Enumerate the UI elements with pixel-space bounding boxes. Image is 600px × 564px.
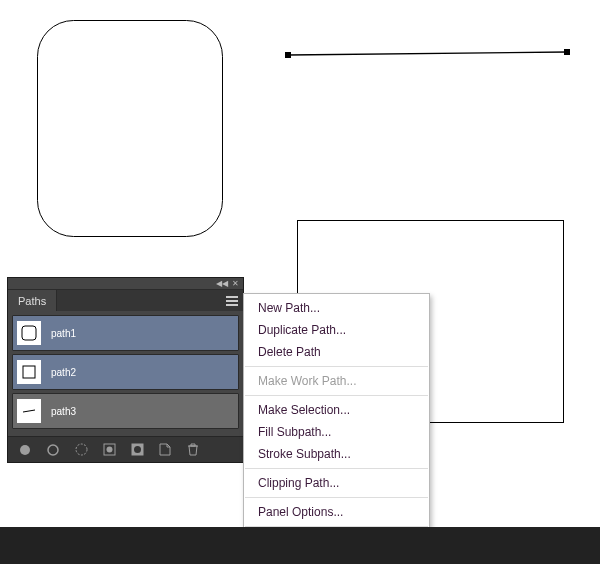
delete-path-icon[interactable] (186, 443, 200, 457)
menu-separator (245, 366, 428, 367)
path-label: path2 (51, 367, 76, 378)
menu-separator (245, 497, 428, 498)
panel-top-strip: ◀◀ ✕ (8, 278, 243, 290)
svg-point-12 (106, 447, 112, 453)
shape-line (284, 49, 571, 59)
stroke-path-icon[interactable] (46, 443, 60, 457)
path-item[interactable]: path1 (12, 315, 239, 351)
svg-rect-6 (23, 366, 35, 378)
shape-rounded-rect (37, 20, 223, 237)
svg-point-14 (134, 446, 141, 453)
path-label: path1 (51, 328, 76, 339)
tab-label: Paths (18, 295, 46, 307)
path-thumbnail (17, 360, 41, 384)
menu-panel-options[interactable]: Panel Options... (244, 501, 429, 523)
menu-fill-subpath[interactable]: Fill Subpath... (244, 421, 429, 443)
svg-rect-5 (22, 326, 36, 340)
panel-footer (8, 436, 243, 462)
panel-menu-button[interactable] (221, 290, 243, 311)
menu-separator (245, 468, 428, 469)
canvas: ◀◀ ✕ Paths path1 path2 (0, 0, 600, 564)
new-path-icon[interactable] (158, 443, 172, 457)
path-list: path1 path2 path3 (8, 311, 243, 436)
add-vector-mask-icon[interactable] (130, 443, 144, 457)
svg-rect-3 (285, 52, 291, 58)
menu-stroke-subpath[interactable]: Stroke Subpath... (244, 443, 429, 465)
tab-paths[interactable]: Paths (8, 290, 57, 311)
svg-point-10 (76, 444, 87, 455)
menu-delete-path[interactable]: Delete Path (244, 341, 429, 363)
svg-point-9 (48, 445, 58, 455)
svg-rect-0 (38, 21, 223, 237)
paths-panel: ◀◀ ✕ Paths path1 path2 (8, 278, 243, 462)
path-thumbnail (17, 321, 41, 345)
menu-duplicate-path[interactable]: Duplicate Path... (244, 319, 429, 341)
menu-make-selection[interactable]: Make Selection... (244, 399, 429, 421)
menu-make-work-path: Make Work Path... (244, 370, 429, 392)
collapse-icon[interactable]: ◀◀ (216, 280, 228, 288)
menu-icon (226, 300, 238, 302)
menu-clipping-path[interactable]: Clipping Path... (244, 472, 429, 494)
close-icon[interactable]: ✕ (232, 280, 239, 288)
path-item[interactable]: path2 (12, 354, 239, 390)
menu-separator (245, 395, 428, 396)
menu-new-path[interactable]: New Path... (244, 297, 429, 319)
app-bottom-bar (0, 527, 600, 564)
panel-flyout-menu: New Path... Duplicate Path... Delete Pat… (243, 293, 430, 564)
path-label: path3 (51, 406, 76, 417)
path-item[interactable]: path3 (12, 393, 239, 429)
panel-tabs: Paths (8, 290, 243, 311)
fill-path-icon[interactable] (18, 443, 32, 457)
svg-point-8 (20, 445, 30, 455)
svg-line-7 (23, 410, 35, 412)
path-to-selection-icon[interactable] (74, 443, 88, 457)
svg-rect-4 (564, 49, 570, 55)
svg-line-2 (288, 52, 567, 55)
selection-to-path-icon[interactable] (102, 443, 116, 457)
path-thumbnail (17, 399, 41, 423)
